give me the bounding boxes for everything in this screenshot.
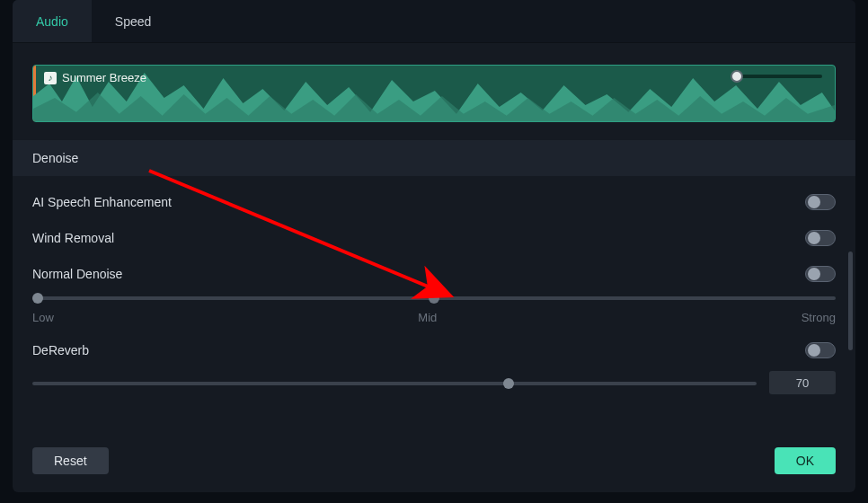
scale-mid: Mid [418,311,437,324]
tab-speed[interactable]: Speed [92,0,174,42]
label-wind-removal: Wind Removal [32,231,114,245]
slider-mid-marker [429,293,439,304]
slider-row-normal-denoise: Low Mid Strong [32,289,836,330]
tab-audio[interactable]: Audio [13,0,92,42]
row-normal-denoise: Normal Denoise [32,253,836,289]
label-dereverb: DeReverb [32,343,89,357]
slider-row-dereverb: 70 [32,366,836,394]
waveform [33,66,835,122]
clip-volume-slider[interactable] [736,75,822,78]
row-ai-speech: AI Speech Enhancement [32,181,836,217]
label-ai-speech: AI Speech Enhancement [32,195,172,209]
clip-preview-area: ♪ Summer Breeze [13,43,855,140]
section-header-denoise: Denoise [13,140,855,176]
tabs-bar: Audio Speed [13,0,855,43]
footer-bar: Reset OK [32,447,836,474]
clip-title: ♪ Summer Breeze [44,71,146,84]
music-icon: ♪ [44,72,57,84]
ok-button[interactable]: OK [775,447,836,474]
toggle-normal-denoise[interactable] [805,266,836,282]
row-wind-removal: Wind Removal [32,217,836,253]
denoise-options: AI Speech Enhancement Wind Removal Norma… [13,176,855,394]
toggle-dereverb[interactable] [805,342,836,358]
clip-volume-thumb[interactable] [731,70,743,83]
audio-clip[interactable]: ♪ Summer Breeze [32,65,836,122]
clip-title-text: Summer Breeze [62,71,146,84]
slider-scale-labels: Low Mid Strong [32,305,836,324]
slider-dereverb[interactable] [32,375,757,391]
toggle-wind-removal[interactable] [805,230,836,246]
dereverb-value[interactable]: 70 [769,371,836,394]
reset-button[interactable]: Reset [32,447,109,474]
label-normal-denoise: Normal Denoise [32,267,122,281]
scale-strong: Strong [802,311,836,324]
scrollbar[interactable] [848,252,853,350]
audio-settings-panel: Audio Speed ♪ Summer Breeze Denoise AI S… [13,0,855,492]
toggle-ai-speech[interactable] [805,194,836,210]
slider-thumb-dereverb[interactable] [503,378,514,389]
slider-thumb-normal-denoise[interactable] [32,293,43,304]
row-dereverb: DeReverb [32,330,836,366]
scale-low: Low [32,311,54,324]
slider-normal-denoise[interactable] [32,289,836,305]
